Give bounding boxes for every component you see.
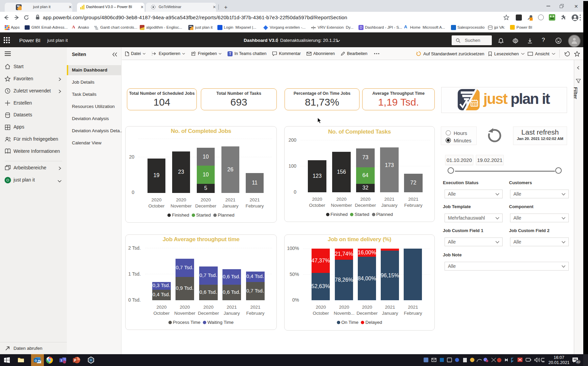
svg-text:P: P bbox=[74, 359, 76, 362]
svg-text:40: 40 bbox=[576, 360, 580, 364]
svg-text:T: T bbox=[60, 359, 62, 362]
svg-text:O: O bbox=[34, 359, 37, 362]
